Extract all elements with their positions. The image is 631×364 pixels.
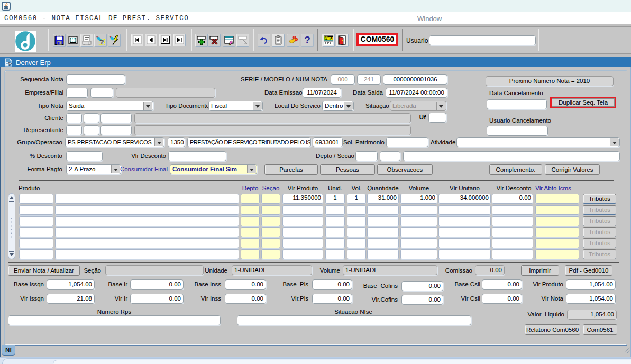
svg-text:?: ? — [100, 38, 104, 46]
svg-text:Menu: Menu — [324, 36, 333, 41]
